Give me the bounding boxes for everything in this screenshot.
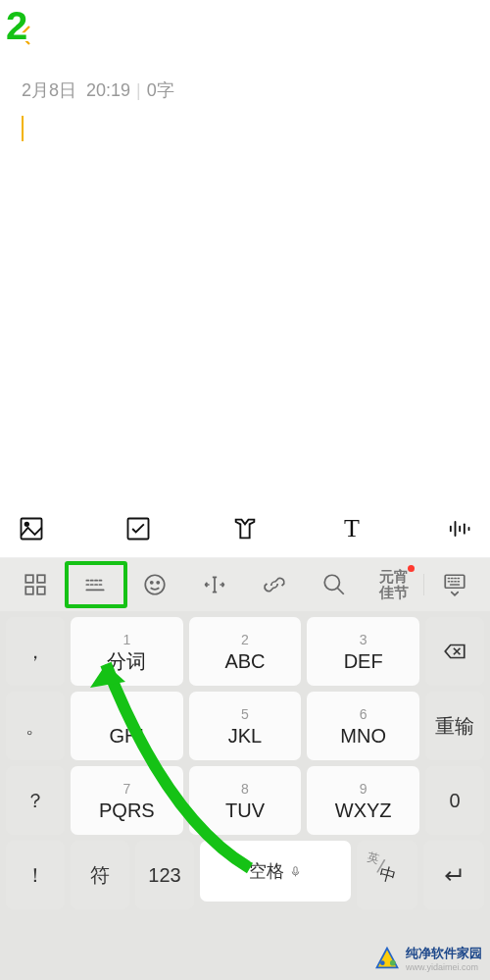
text-cursor [22,116,24,141]
svg-point-14 [380,960,385,965]
voice-icon[interactable] [445,515,472,542]
key-space[interactable]: 空格 [200,841,351,902]
style-icon[interactable] [231,515,259,542]
cursor-icon[interactable] [185,565,245,604]
keypad: ， 1分词 2ABC 3DEF 。 4GHI 5JKL 6MNO 重输 ？ 7P… [0,611,490,980]
key-8[interactable]: 8TUV [189,766,302,835]
svg-point-8 [151,582,153,584]
key-0[interactable]: 0 [425,766,484,835]
svg-rect-12 [294,866,297,873]
ime-toolbar: 元宵佳节 [0,558,490,611]
svg-rect-5 [26,587,34,594]
checklist-icon[interactable] [124,515,152,542]
key-sym[interactable]: 符 [71,841,129,909]
note-meta: 2月8日 20:19|0字 [0,59,490,110]
grid-icon[interactable] [6,565,66,604]
promo-button[interactable]: 元宵佳节 [364,565,423,604]
key-num[interactable]: 123 [135,841,194,909]
key-enter[interactable] [423,841,484,909]
svg-rect-3 [26,575,34,583]
editor-toolbar: T [0,499,490,558]
watermark: 纯净软件家园www.yidaimei.com [373,945,482,972]
key-5[interactable]: 5JKL [189,692,302,760]
search-icon[interactable] [304,565,364,604]
key-question[interactable]: ？ [6,766,65,835]
svg-point-15 [390,960,396,966]
key-9[interactable]: 9WXYZ [307,766,419,835]
svg-point-7 [145,575,165,594]
key-excl[interactable]: ！ [6,841,65,909]
svg-point-10 [324,575,339,590]
highlight-box [65,561,127,608]
svg-point-1 [25,522,28,526]
key-2[interactable]: 2ABC [189,617,302,686]
key-backspace[interactable] [425,617,484,686]
svg-rect-6 [38,587,46,594]
step-number: 2 [6,4,27,48]
key-4[interactable]: 4GHI [71,692,183,760]
key-3[interactable]: 3DEF [307,617,419,686]
emoji-icon[interactable] [125,565,185,604]
note-editor[interactable] [0,110,490,147]
svg-rect-4 [38,575,46,583]
key-lang[interactable]: 英/中 [357,841,417,909]
svg-rect-0 [22,518,42,539]
image-icon[interactable] [18,515,45,542]
key-period[interactable]: 。 [6,692,65,760]
key-7[interactable]: 7PQRS [71,766,183,835]
key-clear[interactable]: 重输 [425,692,484,760]
key-comma[interactable]: ， [6,617,65,686]
svg-point-9 [157,582,159,584]
key-1[interactable]: 1分词 [71,617,183,686]
text-icon[interactable]: T [338,515,366,542]
key-6[interactable]: 6MNO [307,692,419,760]
hide-keyboard-icon[interactable] [424,565,484,604]
link-icon[interactable] [245,565,305,604]
